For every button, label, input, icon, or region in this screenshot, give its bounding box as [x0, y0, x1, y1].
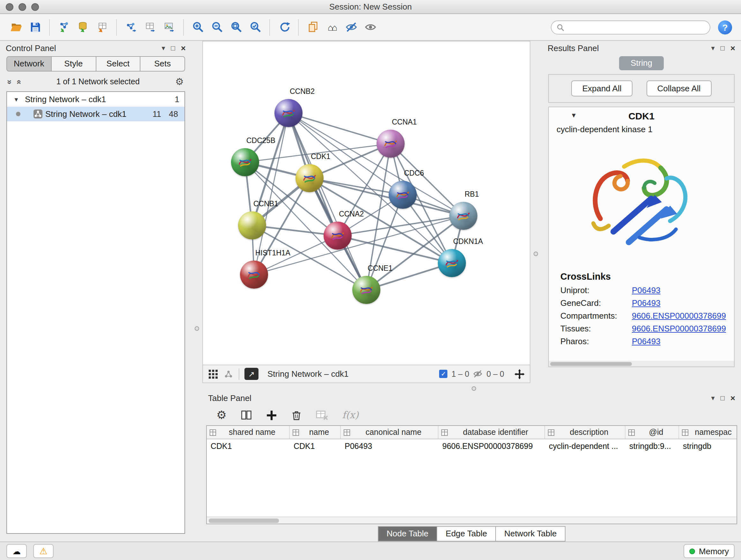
search-field[interactable] [551, 20, 711, 34]
collapse-all-button[interactable]: Collapse All [647, 80, 712, 97]
export-network-button[interactable] [121, 17, 140, 37]
panel-collapse-icon[interactable]: ▾ [711, 394, 715, 401]
panel-close-icon[interactable]: × [731, 394, 735, 402]
import-network-from-file-button[interactable] [54, 17, 73, 37]
table-cell[interactable]: P06493 [341, 442, 439, 450]
panel-float-icon[interactable]: □ [171, 44, 175, 51]
panel-close-icon[interactable]: × [181, 44, 186, 52]
import-network-from-database-button[interactable] [73, 17, 92, 37]
card-scrollbar[interactable] [549, 361, 734, 367]
protein-card-header[interactable]: ▼ CDK1 [549, 107, 734, 124]
network-collection-row[interactable]: ▼ String Network – cdk1 1 [7, 92, 185, 107]
search-input[interactable] [567, 22, 704, 32]
splitter-handle[interactable] [534, 252, 538, 256]
edge-CCNB2-CCNA1[interactable] [288, 113, 391, 144]
panel-close-icon[interactable]: × [731, 44, 735, 52]
network-node-CCNA2[interactable] [324, 222, 352, 250]
copy-document-button[interactable] [303, 17, 322, 37]
scrollbar-thumb[interactable] [550, 362, 631, 366]
crosslink-link[interactable]: 9606.ENSP00000378699 [632, 324, 726, 333]
delete-columns-button[interactable] [291, 410, 302, 421]
homes-button[interactable]: ⌂⌂ [322, 17, 341, 37]
network-node-CCNE1[interactable] [352, 276, 381, 304]
crosslink-link[interactable]: P06493 [632, 286, 661, 295]
tab-node-table[interactable]: Node Table [378, 526, 437, 542]
panel-collapse-icon[interactable]: ▾ [161, 44, 165, 51]
show-graphics-details-button[interactable] [360, 17, 380, 37]
collapse-all-networks-icon[interactable]: » [14, 79, 23, 84]
network-node-HIST1H1A[interactable] [240, 260, 268, 289]
zoom-fit-button[interactable] [226, 17, 246, 37]
apply-layout-button[interactable] [274, 17, 293, 37]
memory-button[interactable]: Memory [684, 544, 735, 558]
close-window-button[interactable] [6, 3, 13, 11]
left-splitter[interactable] [192, 41, 202, 542]
tab-style[interactable]: Style [52, 56, 96, 71]
pan-crosshair-icon[interactable] [515, 369, 525, 379]
scrollbar-thumb[interactable] [209, 518, 279, 523]
warnings-button[interactable]: ⚠ [33, 544, 54, 558]
column-header-name[interactable]: name [290, 426, 341, 439]
export-table-button[interactable] [140, 17, 159, 37]
network-node-CDC25B[interactable] [231, 148, 259, 176]
function-builder-button[interactable]: f(x) [342, 409, 358, 421]
help-button[interactable]: ? [718, 20, 732, 34]
zoom-selected-button[interactable] [246, 17, 265, 37]
tab-network[interactable]: Network [6, 56, 52, 71]
splitter-handle[interactable] [195, 326, 199, 331]
table-row[interactable]: CDK1CDK1P064939606.ENSP00000378699cyclin… [207, 439, 737, 453]
splitter-handle[interactable] [472, 386, 476, 391]
import-table-button[interactable] [92, 17, 112, 37]
table-cell[interactable]: 9606.ENSP00000378699 [439, 442, 545, 450]
grid-mode-icon[interactable] [208, 369, 218, 379]
column-header-database-identifier[interactable]: database identifier [439, 426, 545, 439]
table-cell[interactable]: stringdb:9... [625, 442, 679, 450]
manage-columns-button[interactable] [241, 409, 252, 421]
column-header-canonical-name[interactable]: canonical name [341, 426, 439, 439]
network-node-CDC6[interactable] [389, 181, 417, 209]
tab-network-table[interactable]: Network Table [496, 526, 565, 542]
right-splitter[interactable] [530, 41, 542, 387]
tab-edge-table[interactable]: Edge Table [437, 526, 496, 542]
panel-collapse-icon[interactable]: ▾ [711, 44, 715, 51]
zoom-out-button[interactable] [207, 17, 226, 37]
table-cell[interactable]: CDK1 [207, 442, 290, 450]
birdseye-network-icon[interactable] [223, 369, 233, 379]
horizontal-splitter[interactable] [202, 387, 741, 391]
column-header-shared-name[interactable]: shared name [207, 426, 290, 439]
network-node-CDKN1A[interactable] [438, 249, 466, 277]
table-settings-gear-icon[interactable]: ⚙ [216, 408, 226, 422]
open-session-button[interactable] [6, 17, 25, 37]
delete-table-button[interactable] [316, 410, 328, 421]
network-node-CCNA1[interactable] [377, 130, 405, 158]
network-node-RB1[interactable] [449, 202, 477, 230]
export-image-button[interactable] [159, 17, 179, 37]
edge-CCNB2-CCNB1[interactable] [252, 113, 288, 226]
tab-string[interactable]: String [619, 56, 664, 70]
table-cell[interactable]: CDK1 [290, 442, 341, 450]
edge-CDK1-RB1[interactable] [310, 178, 463, 216]
column-header-@id[interactable]: @id [625, 426, 679, 439]
save-session-button[interactable] [25, 17, 45, 37]
network-canvas[interactable]: CCNB2CCNA1CDC25BCDK1CDC6RB1CCNB1CCNA2CDK… [202, 41, 530, 365]
collapse-arrow-icon[interactable]: ▼ [570, 112, 577, 119]
column-header-description[interactable]: description [545, 426, 625, 439]
crosslink-link[interactable]: 9606.ENSP00000378699 [632, 311, 726, 320]
expand-all-button[interactable]: Expand All [571, 80, 632, 97]
tab-sets[interactable]: Sets [141, 56, 185, 71]
network-node-CCNB2[interactable] [274, 99, 302, 127]
network-node-CCNB1[interactable] [238, 211, 266, 240]
table-cell[interactable]: stringdb [679, 442, 737, 450]
cloud-status-button[interactable]: ☁ [6, 544, 27, 558]
collection-disclosure-icon[interactable]: ▼ [13, 96, 22, 103]
edge-CCNB2-CCNE1[interactable] [288, 113, 366, 290]
crosslink-link[interactable]: P06493 [632, 298, 661, 308]
edge-CCNB2-RB1[interactable] [288, 113, 463, 216]
add-column-button[interactable] [266, 410, 277, 421]
minimize-window-button[interactable] [18, 3, 26, 11]
panel-float-icon[interactable]: □ [721, 394, 725, 401]
table-cell[interactable]: cyclin-dependent ... [545, 442, 625, 450]
crosslink-link[interactable]: P06493 [632, 336, 661, 346]
detach-view-button[interactable]: ↗ [245, 368, 259, 380]
column-header-namespac[interactable]: namespac [679, 426, 737, 439]
